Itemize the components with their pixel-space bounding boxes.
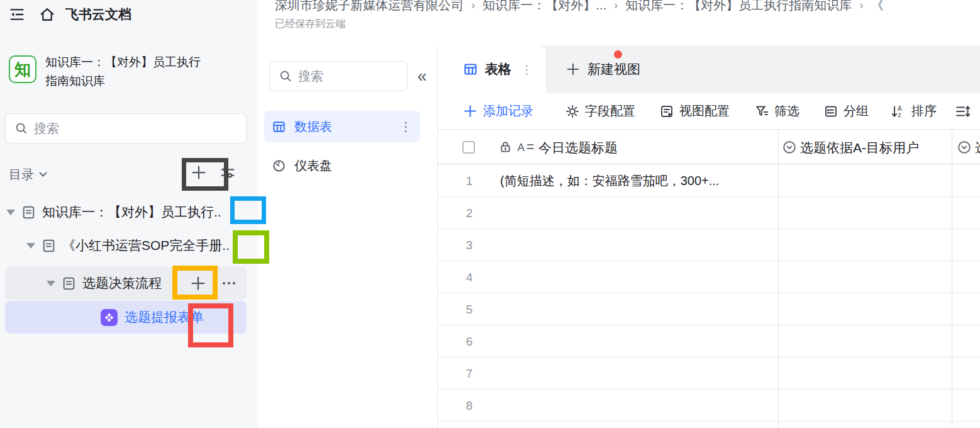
- table-row: 3: [438, 229, 980, 261]
- add-record-button[interactable]: 添加记录: [462, 93, 533, 129]
- sort-az-icon: A z: [890, 104, 906, 119]
- row-number: 3: [457, 229, 482, 261]
- menu-fold-icon: [8, 6, 26, 23]
- new-view-label: 新建视图: [587, 60, 640, 78]
- directory-settings-button[interactable]: [218, 162, 238, 183]
- home-button[interactable]: [38, 5, 57, 24]
- panel-item-label: 仪表盘: [294, 157, 332, 174]
- table-row: 5: [438, 293, 980, 325]
- caret-down-icon[interactable]: [6, 210, 15, 215]
- more-actions-icon[interactable]: ⋮: [399, 119, 413, 134]
- row-number: 7: [457, 358, 482, 390]
- group-list-icon: [823, 104, 838, 119]
- table-row: 7: [438, 358, 980, 390]
- tree-item-label: 《小红书运营SOP完全手册..: [62, 237, 230, 254]
- table-row: 4: [438, 261, 980, 293]
- tree-item-label: 选题决策流程: [82, 274, 162, 292]
- plus-icon: [565, 61, 581, 77]
- filter-button[interactable]: 筛选: [754, 93, 799, 129]
- tab-more-icon[interactable]: ⋮: [521, 62, 533, 77]
- caret-down-icon[interactable]: [26, 243, 35, 249]
- breadcrumb-separator: ›: [471, 0, 475, 12]
- sidebar-search[interactable]: [5, 113, 247, 144]
- table-header-row: A 今日选题标题 选题依据A-目标用户 选: [438, 129, 980, 164]
- row-height-icon: [954, 104, 971, 119]
- breadcrumb: 深圳市珍妮子新媒体运营有限公司 › 知识库一：【对外】... › 知识库一：【对…: [275, 0, 884, 14]
- collapse-panel-button[interactable]: «: [411, 64, 433, 88]
- breadcrumb-item[interactable]: 深圳市珍妮子新媒体运营有限公司: [275, 0, 464, 14]
- svg-text:z: z: [898, 111, 901, 118]
- add-page-button[interactable]: [187, 161, 210, 184]
- column-header-title[interactable]: 今日选题标题: [538, 139, 618, 157]
- table-row: 2: [438, 197, 980, 229]
- collapse-sidebar-button[interactable]: [8, 5, 26, 24]
- row-number: 4: [457, 261, 482, 293]
- text-field-type-icon: A: [517, 140, 535, 154]
- group-button[interactable]: 分组: [823, 93, 869, 129]
- tab-grid-view[interactable]: 表格 ⋮: [438, 45, 546, 93]
- document-icon: [41, 238, 57, 254]
- panel-search-input[interactable]: [298, 69, 398, 84]
- new-view-button[interactable]: 新建视图: [565, 45, 640, 93]
- table-toolbar: 添加记录 字段配置 视图配置: [438, 93, 980, 129]
- table-row: 1 (简短描述，如：安福路雪茄吧，300+...: [438, 165, 980, 197]
- svg-text:A: A: [518, 141, 525, 154]
- knowledge-base-icon: 知: [9, 55, 36, 83]
- sort-button[interactable]: A z 排序: [890, 93, 937, 129]
- field-config-button[interactable]: 字段配置: [565, 93, 635, 129]
- field-chevron-circle-icon[interactable]: [782, 140, 797, 155]
- breadcrumb-separator: ›: [859, 0, 863, 12]
- column-header-basis-a[interactable]: 选题依据A-目标用户: [800, 139, 919, 157]
- notification-dot: [614, 50, 622, 59]
- breadcrumb-separator: ›: [614, 0, 618, 12]
- tree-item-label: 选题提报表单: [125, 308, 204, 326]
- sidebar-search-input[interactable]: [34, 121, 237, 136]
- column-divider[interactable]: [952, 129, 952, 428]
- breadcrumb-item[interactable]: 知识库一：【对外】...: [482, 0, 606, 14]
- tab-label: 表格: [485, 60, 511, 78]
- column-divider[interactable]: [778, 129, 779, 428]
- cell-title[interactable]: (简短描述，如：安福路雪茄吧，300+...: [500, 165, 719, 197]
- list-settings-icon: [219, 164, 237, 181]
- app-title: 飞书云文档: [65, 5, 131, 24]
- view-settings-icon: [659, 104, 674, 119]
- row-height-button[interactable]: [954, 93, 974, 129]
- table-row: 6: [438, 325, 980, 358]
- row-number: 1: [457, 165, 482, 197]
- top-header: 深圳市珍妮子新媒体运营有限公司 › 知识库一：【对外】... › 知识库一：【对…: [258, 0, 980, 45]
- field-chevron-circle-icon[interactable]: [957, 140, 972, 155]
- panel-item-dashboard[interactable]: 仪表盘: [264, 150, 420, 181]
- plus-icon: [189, 163, 208, 182]
- tree-item-sop-handbook[interactable]: 《小红书运营SOP完全手册..: [26, 230, 230, 261]
- table-row: 8: [438, 390, 980, 422]
- panel-search[interactable]: [269, 61, 408, 91]
- more-actions-icon[interactable]: [219, 274, 239, 293]
- grid-view-icon: [463, 62, 478, 77]
- select-all-checkbox[interactable]: [462, 141, 475, 154]
- bitable-form-icon: [101, 309, 118, 326]
- save-status: 已经保存到云端: [275, 18, 345, 31]
- tree-item-kb-root[interactable]: 知识库一：【对外】员工执行..: [6, 196, 221, 228]
- app-window: 飞书云文档 知 知识库一：【对外】员工执行指南知识库 目录: [0, 0, 980, 428]
- row-number: 8: [457, 390, 482, 422]
- add-child-page-button[interactable]: [189, 274, 208, 293]
- plus-icon: [462, 103, 478, 119]
- panel-item-datatable[interactable]: 数据表 ⋮: [264, 111, 420, 142]
- row-number: 6: [457, 325, 482, 358]
- dashboard-clock-icon: [272, 159, 286, 173]
- caret-down-icon[interactable]: [47, 281, 55, 286]
- view-config-button[interactable]: 视图配置: [659, 93, 730, 129]
- tree-item-topic-decision[interactable]: 选题决策流程: [5, 267, 247, 300]
- funnel-icon: [754, 104, 769, 119]
- table-icon: [272, 120, 286, 134]
- double-chevron-left-icon: «: [417, 67, 426, 86]
- directory-dropdown[interactable]: 目录: [9, 165, 47, 184]
- search-icon: [279, 69, 292, 83]
- tree-item-topic-form[interactable]: 选题提报表单: [5, 301, 247, 334]
- breadcrumb-item[interactable]: 知识库一：【对外】员工执行指南知识库: [625, 0, 852, 14]
- row-number: 2: [457, 197, 482, 229]
- chevron-down-icon: [39, 172, 47, 177]
- sidebar: 飞书云文档 知 知识库一：【对外】员工执行指南知识库 目录: [0, 0, 258, 428]
- column-header-clipped[interactable]: 选: [975, 139, 980, 157]
- breadcrumb-item[interactable]: 《: [871, 0, 884, 14]
